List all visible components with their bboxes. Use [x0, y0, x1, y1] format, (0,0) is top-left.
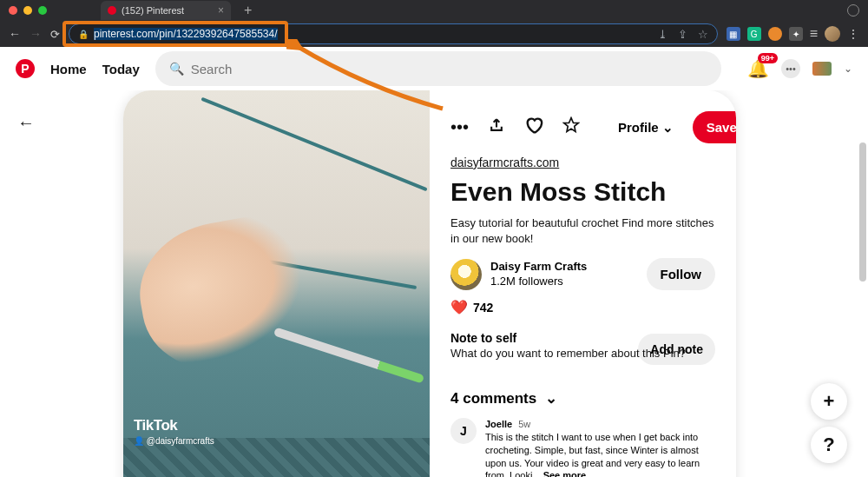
main-content: ← TikTok 👤 @daisyfarmcrafts •••: [0, 90, 868, 477]
back-arrow-button[interactable]: ←: [17, 113, 35, 133]
window-zoom-dot[interactable]: [38, 6, 47, 15]
notification-badge: 99+: [758, 53, 778, 63]
extensions-puzzle-icon[interactable]: ✦: [789, 27, 803, 41]
chevron-down-icon: ⌄: [545, 389, 557, 407]
chevron-down-icon: ⌄: [662, 120, 674, 136]
browser-menu-icon[interactable]: ⋮: [847, 27, 859, 41]
reactions[interactable]: ❤️ 742: [450, 299, 715, 315]
extension-1-icon[interactable]: ▦: [727, 27, 740, 41]
bookmark-star-icon[interactable]: ☆: [698, 28, 708, 41]
comments-toggle[interactable]: 4 comments ⌄: [450, 389, 715, 407]
pin-details: ••• Profile⌄ Save: [430, 90, 736, 477]
back-button[interactable]: ←: [9, 27, 21, 41]
reading-list-icon[interactable]: ≡: [810, 26, 818, 42]
scrollbar-thumb[interactable]: [859, 142, 866, 282]
comment-item: J Joelle 5w This is the stitch I want to…: [450, 418, 715, 477]
heart-reaction-icon: ❤️: [450, 299, 468, 315]
more-options-icon[interactable]: •••: [450, 117, 469, 137]
browser-toolbar: ← → ⟳ 🔒 pinterest.com/pin/13229392647585…: [0, 21, 868, 47]
reaction-count: 742: [473, 301, 493, 315]
comment-text: This is the stitch I want to use when I …: [485, 432, 700, 477]
lock-icon: 🔒: [78, 30, 89, 39]
browser-chrome: (152) Pinterest × + ← → ⟳ 🔒 pinterest.co…: [0, 0, 868, 47]
titlebar: (152) Pinterest × +: [0, 0, 868, 21]
browser-tab[interactable]: (152) Pinterest ×: [101, 1, 231, 20]
star-outline-icon[interactable]: [562, 116, 580, 138]
account-chevron-icon[interactable]: ⌄: [844, 63, 852, 75]
fab-help-button[interactable]: ?: [811, 427, 847, 463]
share-icon[interactable]: ⇪: [678, 28, 687, 41]
window-close-dot[interactable]: [9, 6, 17, 15]
pin-description: Easy tutorial for beautuful crochet Find…: [450, 215, 715, 246]
url-actions: ⤓ ⇪ ☆: [658, 28, 708, 41]
new-tab-button[interactable]: +: [244, 3, 252, 18]
pinterest-header: P Home Today 🔍 🔔 99+ ••• ⌄: [0, 47, 868, 90]
comment-age: 5w: [518, 419, 530, 429]
follow-button[interactable]: Follow: [647, 258, 716, 290]
search-bar[interactable]: 🔍: [155, 51, 721, 86]
install-app-icon[interactable]: ⤓: [658, 28, 667, 41]
tab-close-icon[interactable]: ×: [218, 4, 224, 17]
pin-media[interactable]: TikTok 👤 @daisyfarmcrafts: [123, 90, 430, 477]
pinterest-favicon: [108, 6, 116, 15]
pin-title: Even Moss Stitch: [450, 177, 715, 207]
extension-3-icon[interactable]: [768, 27, 782, 41]
pinterest-logo[interactable]: P: [16, 59, 35, 78]
comment-author[interactable]: Joelle: [485, 419, 512, 429]
pin-card: TikTok 👤 @daisyfarmcrafts •••: [123, 90, 736, 477]
messages-icon[interactable]: •••: [781, 59, 800, 78]
profile-avatar[interactable]: [825, 26, 840, 42]
reload-button[interactable]: ⟳: [50, 28, 60, 41]
creator-name[interactable]: Daisy Farm Crafts: [490, 260, 587, 274]
url-text: pinterest.com/pin/13229392647585534/: [94, 28, 278, 40]
tab-title: (152) Pinterest: [122, 5, 184, 16]
nav-today[interactable]: Today: [102, 62, 140, 76]
source-link[interactable]: daisyfarmcrafts.com: [450, 156, 559, 169]
creator-followers: 1.2M followers: [490, 275, 587, 288]
forward-button[interactable]: →: [30, 27, 42, 41]
search-icon: 🔍: [169, 62, 184, 76]
tiktok-watermark: TikTok 👤 @daisyfarmcrafts: [134, 416, 214, 447]
creator-avatar[interactable]: [450, 259, 482, 290]
search-input[interactable]: [191, 62, 707, 76]
note-prompt: What do you want to remember about this …: [450, 347, 715, 360]
comment-avatar[interactable]: J: [450, 418, 477, 444]
extension-icons: ▦ G ✦ ≡ ⋮: [727, 26, 859, 42]
window-minimize-dot[interactable]: [23, 6, 32, 15]
address-bar[interactable]: 🔒 pinterest.com/pin/13229392647585534/ ⤓…: [69, 23, 718, 44]
extension-2-icon[interactable]: G: [747, 27, 761, 41]
save-button[interactable]: Save: [693, 111, 736, 143]
fab-add-button[interactable]: +: [811, 383, 847, 420]
notifications-bell-icon[interactable]: 🔔 99+: [747, 58, 769, 79]
nav-home[interactable]: Home: [50, 62, 87, 76]
heart-outline-icon[interactable]: [524, 116, 543, 139]
comment-see-more[interactable]: ... See more: [532, 470, 586, 477]
share-upload-icon[interactable]: [488, 116, 505, 138]
account-avatar-icon[interactable]: [812, 62, 832, 76]
creator-row: Daisy Farm Crafts 1.2M followers Follow: [450, 258, 715, 290]
profile-board-dropdown[interactable]: Profile⌄: [618, 120, 674, 136]
tabs-menu-icon[interactable]: [847, 4, 859, 17]
